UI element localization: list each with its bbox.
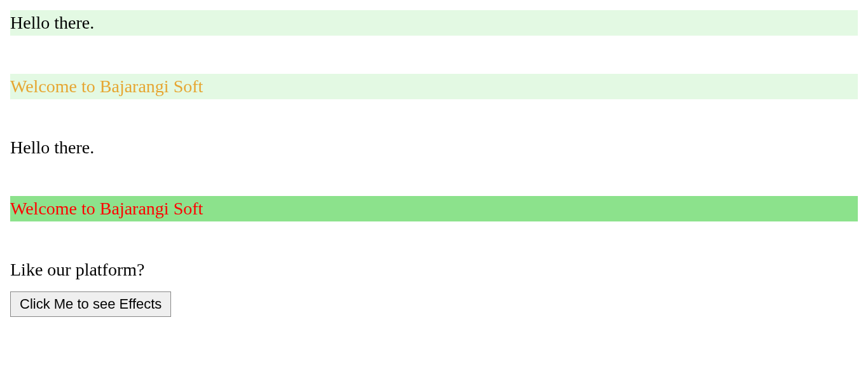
see-effects-button[interactable]: Click Me to see Effects xyxy=(10,291,171,317)
greeting-line-2: Hello there. xyxy=(10,137,858,158)
welcome-line-1: Welcome to Bajarangi Soft xyxy=(10,74,858,99)
greeting-line-1: Hello there. xyxy=(10,10,858,36)
welcome-line-2: Welcome to Bajarangi Soft xyxy=(10,196,858,221)
question-line: Like our platform? xyxy=(10,260,858,280)
